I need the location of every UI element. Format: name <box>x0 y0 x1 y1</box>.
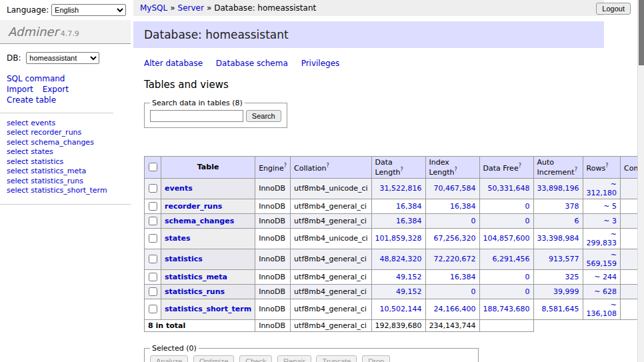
select-all-checkbox[interactable] <box>149 163 157 171</box>
col-header-auto-increment: Auto Increment? <box>533 157 583 179</box>
table-name-link[interactable]: statistics_short_term <box>165 305 251 313</box>
row-checkbox[interactable] <box>149 184 157 193</box>
data-length-link[interactable]: 48,824,320 <box>380 255 422 263</box>
search-input[interactable] <box>150 110 243 122</box>
sidebar-link-create-table[interactable]: Create table <box>7 95 56 105</box>
table-name-link[interactable]: statistics_meta <box>165 273 227 281</box>
breadcrumb-link-server[interactable]: Server <box>178 3 204 13</box>
row-checkbox[interactable] <box>149 287 157 296</box>
help-link[interactable]: ? <box>326 163 329 169</box>
analyze-button[interactable]: Analyze <box>150 355 188 362</box>
search-button[interactable]: Search <box>246 110 281 122</box>
table-name-link[interactable]: states <box>165 234 191 243</box>
auto-increment-link[interactable]: 378 <box>565 202 579 211</box>
drop-button[interactable]: Drop <box>362 355 390 362</box>
rows-link[interactable]: ~ 299,833 <box>587 230 617 247</box>
rows-link[interactable]: ~ 312,180 <box>587 180 617 197</box>
auto-increment-link[interactable]: 913,577 <box>549 255 579 263</box>
auto-increment-link[interactable]: 39,999 <box>553 287 579 296</box>
auto-increment-link[interactable]: 325 <box>565 273 579 281</box>
truncate-button[interactable]: Truncate <box>316 355 357 362</box>
row-checkbox[interactable] <box>149 255 157 263</box>
sidebar-item-select-events[interactable]: select events <box>7 119 124 129</box>
auto-increment-link[interactable]: 6 <box>575 217 579 225</box>
sidebar-link-import[interactable]: Import <box>7 84 33 95</box>
data-length-link[interactable]: 16,384 <box>396 202 422 211</box>
table-row: recorder_runs InnoDB utf8mb4_general_ci … <box>145 199 644 213</box>
data-free-link[interactable]: 0 <box>525 287 530 296</box>
help-link[interactable]: ? <box>575 167 577 173</box>
index-length-link[interactable]: 16,384 <box>450 273 476 281</box>
privileges-link[interactable]: Privileges <box>301 59 340 68</box>
breadcrumb-link-mysql[interactable]: MySQL <box>140 3 167 13</box>
row-checkbox[interactable] <box>149 217 157 225</box>
vertical-scrollbar[interactable] <box>637 0 644 362</box>
index-length-link[interactable]: 0 <box>471 217 476 225</box>
help-link[interactable]: ? <box>605 163 608 169</box>
sidebar-item-select-statistics[interactable]: select statistics <box>7 157 124 167</box>
rows-link[interactable]: ~ 5 <box>603 202 617 211</box>
table-name-link[interactable]: events <box>165 184 193 193</box>
row-checkbox[interactable] <box>149 202 157 211</box>
sidebar-link-sql-command[interactable]: SQL command <box>7 73 65 84</box>
data-free-link[interactable]: 104,857,600 <box>483 234 530 243</box>
data-free-link[interactable]: 50,331,648 <box>488 184 530 193</box>
row-checkbox[interactable] <box>149 273 157 281</box>
data-free-link[interactable]: 0 <box>525 273 530 281</box>
database-schema-link[interactable]: Database schema <box>216 59 288 68</box>
row-checkbox[interactable] <box>149 234 157 243</box>
sidebar-item-select-statistics-runs[interactable]: select statistics_runs <box>7 177 124 187</box>
auto-increment-link[interactable]: 8,581,645 <box>542 305 579 313</box>
rows-link[interactable]: ~ 244 <box>594 273 617 281</box>
data-length-link[interactable]: 49,152 <box>396 287 422 296</box>
table-name-link[interactable]: statistics_runs <box>165 287 225 296</box>
logout-button[interactable]: Logout <box>596 3 631 15</box>
optimize-button[interactable]: Optimize <box>193 355 234 362</box>
rows-link[interactable]: ~ 3 <box>603 217 617 225</box>
data-free-link[interactable]: 188,743,680 <box>483 305 530 313</box>
adminer-logo-link[interactable]: Adminer <box>8 25 59 39</box>
alter-database-link[interactable]: Alter database <box>144 59 203 68</box>
rows-link[interactable]: ~ 569,159 <box>587 251 617 268</box>
index-length-link[interactable]: 67,256,320 <box>434 234 476 243</box>
table-name-link[interactable]: schema_changes <box>165 217 234 225</box>
index-length-link[interactable]: 70,467,584 <box>434 184 476 193</box>
sidebar-item-select-recorder-runs[interactable]: select recorder_runs <box>7 128 124 138</box>
data-free-link[interactable]: 6,291,456 <box>493 255 530 263</box>
index-length-link[interactable]: 16,384 <box>450 202 476 211</box>
db-select[interactable]: homeassistant <box>26 52 99 64</box>
row-checkbox[interactable] <box>149 305 157 313</box>
help-link[interactable]: ? <box>284 163 287 169</box>
auto-increment-link[interactable]: 33,398,984 <box>537 234 579 243</box>
auto-increment-link[interactable]: 33,898,196 <box>537 184 579 193</box>
sidebar-item-select-statistics-short-term[interactable]: select statistics_short_term <box>7 186 124 196</box>
help-link[interactable]: ? <box>401 167 403 173</box>
help-link[interactable]: ? <box>519 163 521 169</box>
app-header: Adminer4.7.9 <box>0 20 131 44</box>
sidebar-item-select-statistics-meta[interactable]: select statistics_meta <box>7 167 124 177</box>
select-all-cell <box>145 157 161 179</box>
data-length-link[interactable]: 10,502,144 <box>380 305 422 313</box>
scrollbar-thumb[interactable] <box>639 0 644 65</box>
data-free-link[interactable]: 0 <box>525 202 530 211</box>
help-link[interactable]: ? <box>455 167 457 173</box>
data-length-link[interactable]: 16,384 <box>396 217 422 225</box>
table-name-link[interactable]: statistics <box>165 255 203 263</box>
data-length-link[interactable]: 101,859,328 <box>375 234 422 243</box>
data-length-link[interactable]: 49,152 <box>396 273 422 281</box>
rows-link[interactable]: ~ 628 <box>594 287 617 296</box>
check-button[interactable]: Check <box>239 355 272 362</box>
index-length-link[interactable]: 72,220,672 <box>434 255 476 263</box>
index-length-link[interactable]: 24,166,400 <box>434 305 476 313</box>
data-free-link[interactable]: 0 <box>525 217 530 225</box>
data-length-link[interactable]: 31,522,816 <box>380 184 422 193</box>
repair-button[interactable]: Repair <box>277 355 311 362</box>
sidebar-item-select-schema-changes[interactable]: select schema_changes <box>7 138 124 148</box>
sidebar-link-export[interactable]: Export <box>43 84 69 95</box>
table-row: statistics_runs InnoDB utf8mb4_general_c… <box>145 284 644 299</box>
sidebar-item-select-states[interactable]: select states <box>7 147 124 157</box>
table-name-link[interactable]: recorder_runs <box>165 202 222 211</box>
rows-link[interactable]: ~ 136,108 <box>587 301 617 318</box>
language-select[interactable]: English <box>51 4 126 16</box>
index-length-link[interactable]: 0 <box>471 287 476 296</box>
